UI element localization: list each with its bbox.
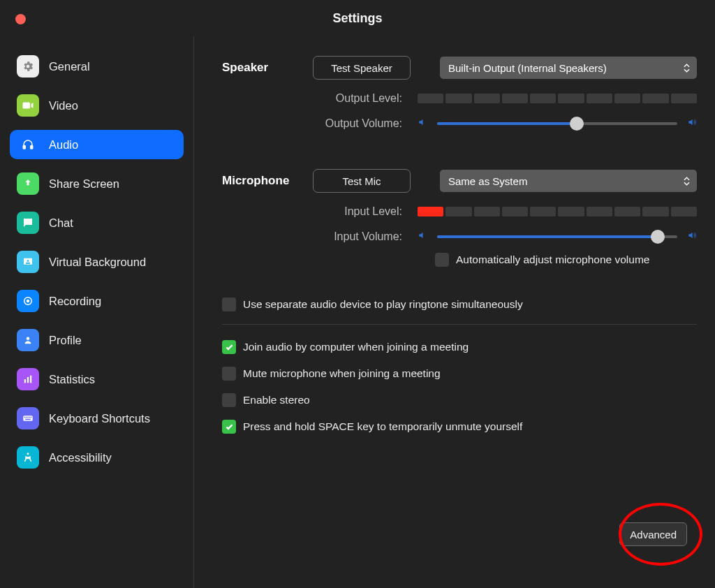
sidebar-item-label: Recording <box>49 295 101 308</box>
sidebar-item-label: Accessibility <box>49 451 112 464</box>
output-level-meter <box>418 94 697 103</box>
svg-point-3 <box>27 260 29 262</box>
separate-ringtone-checkbox[interactable] <box>222 297 236 311</box>
input-level-meter <box>418 207 697 216</box>
sidebar-item-label: Virtual Background <box>49 256 146 269</box>
sidebar-item-recording[interactable]: Recording <box>10 286 184 316</box>
sidebar-item-keyboard-shortcuts[interactable]: Keyboard Shortcuts <box>10 404 184 433</box>
sidebar-item-profile[interactable]: Profile <box>10 325 184 355</box>
keyboard-icon <box>17 407 39 429</box>
chevron-updown-icon <box>684 64 690 73</box>
sidebar-item-virtual-background[interactable]: Virtual Background <box>10 247 184 277</box>
sidebar-item-label: Share Screen <box>49 177 119 191</box>
test-mic-button[interactable]: Test Mic <box>313 169 411 193</box>
sidebar-item-video[interactable]: Video <box>10 91 184 120</box>
speaker-device-dropdown[interactable]: Built-in Output (Internal Speakers) <box>440 57 697 79</box>
test-speaker-button[interactable]: Test Speaker <box>313 56 411 80</box>
svg-rect-16 <box>31 417 32 418</box>
sidebar-item-label: Statistics <box>49 373 95 386</box>
join-audio-checkbox[interactable] <box>222 340 236 354</box>
input-level-label: Input Level: <box>222 205 418 218</box>
speaker-high-icon <box>687 117 697 130</box>
sidebar-item-audio[interactable]: Audio <box>10 130 184 159</box>
svg-rect-14 <box>27 417 29 418</box>
chevron-updown-icon <box>684 177 690 186</box>
recording-icon <box>17 290 39 312</box>
svg-rect-8 <box>24 379 26 383</box>
sidebar-item-label: Audio <box>49 138 78 152</box>
sidebar-item-accessibility[interactable]: Accessibility <box>10 443 184 472</box>
separate-ringtone-label: Use separate audio device to play ringto… <box>243 298 523 311</box>
close-window-button[interactable] <box>15 14 26 24</box>
svg-rect-15 <box>29 417 31 418</box>
svg-rect-4 <box>26 263 30 264</box>
space-unmute-checkbox[interactable] <box>222 420 236 434</box>
mute-on-join-checkbox[interactable] <box>222 367 236 381</box>
input-volume-slider[interactable] <box>437 231 677 242</box>
sidebar-item-label: Video <box>49 99 78 112</box>
mic-device-dropdown[interactable]: Same as System <box>440 170 697 192</box>
svg-rect-12 <box>24 417 26 418</box>
gear-icon <box>17 55 39 78</box>
enable-stereo-label: Enable stereo <box>243 394 310 406</box>
speaker-device-value: Built-in Output (Internal Speakers) <box>448 62 607 74</box>
microphone-heading: Microphone <box>222 174 313 188</box>
video-icon <box>17 94 39 117</box>
output-level-label: Output Level: <box>222 92 418 105</box>
speaker-low-icon <box>418 230 427 243</box>
join-audio-label: Join audio by computer when joining a me… <box>243 341 469 353</box>
sidebar-item-general[interactable]: General <box>10 52 184 81</box>
divider <box>222 324 697 325</box>
svg-point-7 <box>27 337 30 341</box>
speaker-heading: Speaker <box>222 61 313 75</box>
enable-stereo-checkbox[interactable] <box>222 393 236 407</box>
svg-point-18 <box>27 453 29 455</box>
output-volume-label: Output Volume: <box>222 117 418 130</box>
mic-device-value: Same as System <box>448 175 527 187</box>
speaker-high-icon <box>687 230 697 243</box>
titlebar: Settings <box>0 0 715 36</box>
sidebar-item-label: Keyboard Shortcuts <box>49 412 150 425</box>
accessibility-icon <box>17 446 39 469</box>
space-unmute-label: Press and hold SPACE key to temporarily … <box>243 420 522 433</box>
svg-rect-9 <box>27 377 29 383</box>
svg-rect-17 <box>25 419 31 420</box>
svg-rect-11 <box>23 416 33 421</box>
sidebar-item-chat[interactable]: Chat <box>10 208 184 237</box>
headphones-icon <box>17 133 39 156</box>
chat-icon <box>17 212 39 234</box>
svg-point-6 <box>27 300 30 303</box>
sidebar-item-label: Profile <box>49 334 82 347</box>
settings-sidebar: General Video Audio Share Screen <box>0 36 194 588</box>
svg-rect-13 <box>26 417 27 418</box>
profile-icon <box>17 329 39 351</box>
auto-adjust-mic-checkbox[interactable] <box>435 253 449 267</box>
output-volume-slider[interactable] <box>437 118 677 129</box>
share-screen-icon <box>17 172 39 195</box>
sidebar-item-label: Chat <box>49 216 73 230</box>
svg-rect-10 <box>30 376 31 383</box>
auto-adjust-mic-label: Automatically adjust microphone volume <box>456 253 649 266</box>
audio-settings-panel: Speaker Test Speaker Built-in Output (In… <box>194 36 715 588</box>
sidebar-item-share-screen[interactable]: Share Screen <box>10 169 184 198</box>
virtual-background-icon <box>17 251 39 273</box>
svg-rect-0 <box>23 146 25 149</box>
advanced-button[interactable]: Advanced <box>619 522 687 546</box>
mute-on-join-label: Mute microphone when joining a meeting <box>243 367 441 380</box>
svg-rect-1 <box>31 146 33 149</box>
input-volume-label: Input Volume: <box>222 230 418 243</box>
window-title: Settings <box>332 11 382 26</box>
sidebar-item-statistics[interactable]: Statistics <box>10 365 184 394</box>
sidebar-item-label: General <box>49 60 90 73</box>
speaker-low-icon <box>418 117 427 130</box>
statistics-icon <box>17 368 39 390</box>
